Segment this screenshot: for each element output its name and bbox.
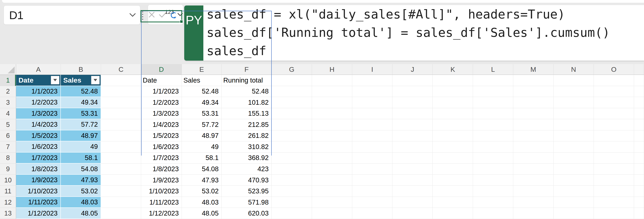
column-header-G[interactable]: G: [272, 64, 312, 75]
cell-L6[interactable]: [473, 130, 513, 142]
cell-G11[interactable]: [272, 186, 312, 197]
cell-L4[interactable]: [473, 108, 513, 119]
cell-A3[interactable]: 1/2/2023: [16, 97, 61, 108]
cell-M8[interactable]: [513, 152, 554, 164]
cell-P2[interactable]: [634, 86, 644, 97]
cell-G8[interactable]: [272, 152, 312, 164]
cell-G3[interactable]: [272, 97, 312, 108]
cell-G10[interactable]: [272, 175, 312, 186]
cell-L11[interactable]: [473, 186, 513, 197]
formula-input[interactable]: sales_df = xl("daily_sales[#All]", heade…: [203, 5, 644, 61]
cell-A4[interactable]: 1/3/2023: [16, 108, 61, 119]
cell-H6[interactable]: [312, 130, 352, 142]
cell-O8[interactable]: [594, 152, 634, 164]
row-header-2[interactable]: 2: [0, 86, 16, 97]
cell-N11[interactable]: [554, 186, 594, 197]
cell-G12[interactable]: [272, 197, 312, 208]
cell-G13[interactable]: [272, 208, 312, 219]
cell-A13[interactable]: 1/12/2023: [16, 208, 61, 219]
cell-C12[interactable]: [101, 197, 141, 208]
cell-O3[interactable]: [594, 97, 634, 108]
cell-A8[interactable]: 1/7/2023: [16, 152, 61, 164]
cell-P9[interactable]: [634, 164, 644, 175]
cancel-button[interactable]: [148, 11, 155, 18]
cell-K6[interactable]: [433, 130, 473, 142]
cell-D2[interactable]: 1/1/2023: [141, 86, 182, 97]
cell-G5[interactable]: [272, 119, 312, 130]
cell-M1[interactable]: [513, 75, 554, 86]
row-header-9[interactable]: 9: [0, 164, 16, 175]
cell-L13[interactable]: [473, 208, 513, 219]
cell-H4[interactable]: [312, 108, 352, 119]
name-box-dropdown-icon[interactable]: [129, 13, 136, 17]
cell-F2[interactable]: 52.48: [222, 86, 272, 97]
cell-E12[interactable]: 48.03: [182, 197, 222, 208]
cell-E10[interactable]: 47.93: [182, 175, 222, 186]
cell-J13[interactable]: [392, 208, 433, 219]
cell-E5[interactable]: 57.72: [182, 119, 222, 130]
cell-B3[interactable]: 49.34: [61, 97, 101, 108]
column-header-D[interactable]: D: [141, 64, 182, 75]
column-header-A[interactable]: A: [16, 64, 61, 75]
row-header-11[interactable]: 11: [0, 186, 16, 197]
cell-N9[interactable]: [554, 164, 594, 175]
cell-C10[interactable]: [101, 175, 141, 186]
cell-C9[interactable]: [101, 164, 141, 175]
cell-N6[interactable]: [554, 130, 594, 142]
cell-I5[interactable]: [352, 119, 392, 130]
formula-bar-grip[interactable]: [142, 12, 143, 20]
cell-E2[interactable]: 52.48: [182, 86, 222, 97]
cell-P5[interactable]: [634, 119, 644, 130]
cell-K2[interactable]: [433, 86, 473, 97]
row-header-4[interactable]: 4: [0, 108, 16, 119]
cell-M6[interactable]: [513, 130, 554, 142]
cell-G1[interactable]: [272, 75, 312, 86]
column-header-K[interactable]: K: [433, 64, 473, 75]
cell-D13[interactable]: 1/12/2023: [141, 208, 182, 219]
cell-D1[interactable]: Date: [141, 75, 182, 86]
cell-H11[interactable]: [312, 186, 352, 197]
cell-F6[interactable]: 261.82: [222, 130, 272, 142]
cell-I4[interactable]: [352, 108, 392, 119]
cell-N7[interactable]: [554, 141, 594, 152]
cell-G6[interactable]: [272, 130, 312, 142]
cell-A1[interactable]: Date: [16, 75, 61, 86]
cell-P3[interactable]: [634, 97, 644, 108]
cell-C2[interactable]: [101, 86, 141, 97]
cell-P10[interactable]: [634, 175, 644, 186]
cell-H13[interactable]: [312, 208, 352, 219]
cell-C1[interactable]: [101, 75, 141, 86]
cell-B12[interactable]: 48.03: [61, 197, 101, 208]
cell-J7[interactable]: [392, 141, 433, 152]
cell-F11[interactable]: 523.95: [222, 186, 272, 197]
row-header-13[interactable]: 13: [0, 208, 16, 219]
cell-C8[interactable]: [101, 152, 141, 164]
cell-M5[interactable]: [513, 119, 554, 130]
column-header-N[interactable]: N: [554, 64, 594, 75]
cell-M3[interactable]: [513, 97, 554, 108]
cell-P6[interactable]: [634, 130, 644, 142]
cell-I9[interactable]: [352, 164, 392, 175]
cell-L12[interactable]: [473, 197, 513, 208]
column-header-H[interactable]: H: [312, 64, 352, 75]
cell-B7[interactable]: 49: [61, 141, 101, 152]
cell-O9[interactable]: [594, 164, 634, 175]
cell-H5[interactable]: [312, 119, 352, 130]
cell-D12[interactable]: 1/11/2023: [141, 197, 182, 208]
cell-C3[interactable]: [101, 97, 141, 108]
cell-K5[interactable]: [433, 119, 473, 130]
cell-O12[interactable]: [594, 197, 634, 208]
cell-O13[interactable]: [594, 208, 634, 219]
column-header-B[interactable]: B: [61, 64, 101, 75]
cell-K4[interactable]: [433, 108, 473, 119]
cell-J1[interactable]: [392, 75, 433, 86]
cell-H3[interactable]: [312, 97, 352, 108]
cell-B8[interactable]: 58.1: [61, 152, 101, 164]
cell-K8[interactable]: [433, 152, 473, 164]
row-header-3[interactable]: 3: [0, 97, 16, 108]
cell-K12[interactable]: [433, 197, 473, 208]
cell-K1[interactable]: [433, 75, 473, 86]
cell-B13[interactable]: 48.05: [61, 208, 101, 219]
cell-H9[interactable]: [312, 164, 352, 175]
cell-O4[interactable]: [594, 108, 634, 119]
